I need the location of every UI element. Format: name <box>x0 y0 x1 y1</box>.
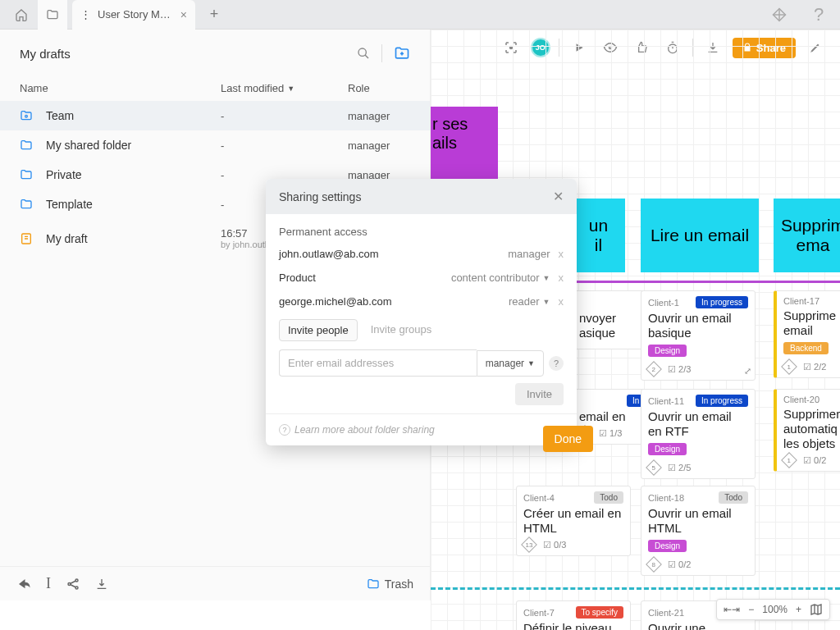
card-status: Todo <box>594 491 623 504</box>
tab-invite-people[interactable]: Invite people <box>279 319 358 341</box>
text-cursor-icon[interactable]: I <box>46 575 51 592</box>
svg-point-4 <box>25 115 28 117</box>
diamond-icon[interactable] <box>765 0 794 30</box>
tabbar-right: ? <box>765 0 833 30</box>
svg-point-7 <box>75 579 78 582</box>
file-row[interactable]: My shared folder-manager <box>0 130 430 160</box>
file-name: Private <box>46 168 221 181</box>
card-title: Supprime email <box>783 308 840 338</box>
sidebar-footer: I Trash <box>0 566 430 600</box>
close-icon[interactable]: × <box>180 8 187 21</box>
card-footer: 8☑ 0/2 <box>648 559 748 570</box>
file-modified: - <box>221 110 348 122</box>
folder-tab-icon[interactable] <box>38 0 67 30</box>
access-role: manager <box>508 248 550 260</box>
col-name[interactable]: Name <box>20 82 221 94</box>
card-client: Client-4 <box>523 493 555 503</box>
zoom-in-icon[interactable]: + <box>796 604 801 615</box>
search-icon[interactable] <box>357 47 370 60</box>
card-footer: 1☑ 0/2 <box>783 454 840 466</box>
trash-button[interactable]: Trash <box>367 578 413 591</box>
story-card[interactable]: Client-4TodoCréer un email en HTML13☑ 0/… <box>516 486 631 556</box>
access-row: Productcontent contributor ▼x <box>279 272 564 284</box>
invite-role-select[interactable]: manager▼ <box>477 350 544 377</box>
tab-story-mapping[interactable]: ⋮ User Story Mappi... × <box>72 0 195 30</box>
svg-point-3 <box>358 48 366 56</box>
story-card[interactable]: Client-20Supprimer automatiq les objets1… <box>774 389 840 472</box>
story-card[interactable]: Client-1In progressOuvrir un email basiq… <box>641 290 756 381</box>
remove-access-icon[interactable]: x <box>559 295 564 308</box>
access-role[interactable]: reader ▼ <box>509 295 550 308</box>
card-title: Ouvrir un email en RTF <box>648 409 748 439</box>
access-row: george.michel@ab.comreader ▼x <box>279 295 564 308</box>
story-card[interactable]: Client-18TodoOuvrir un email HTMLDesign8… <box>641 486 756 576</box>
draft-icon <box>20 232 38 245</box>
file-name: My draft <box>46 232 221 245</box>
add-tab-button[interactable]: + <box>202 2 226 27</box>
help-icon[interactable]: ? <box>804 0 833 30</box>
card-title: Ouvrir un email HTML <box>648 506 748 536</box>
checklist-icon: ☑ 0/2 <box>803 455 826 466</box>
card-title: Ouvrir un email basique <box>648 311 748 340</box>
email-input[interactable] <box>279 349 477 377</box>
remove-access-icon[interactable]: x <box>559 272 564 284</box>
activity-card[interactable]: Supprim ema <box>774 199 840 272</box>
modal-header: Sharing settings ✕ <box>266 179 577 214</box>
modal-title: Sharing settings <box>279 190 361 203</box>
share-nodes-icon[interactable] <box>66 577 80 591</box>
hex-badge: 2 <box>646 361 662 377</box>
checklist-icon: ☑ 1/3 <box>599 428 622 439</box>
file-name: My shared folder <box>46 139 221 152</box>
card-client: Client-11 <box>648 396 684 406</box>
map-icon[interactable] <box>810 603 823 616</box>
story-card[interactable]: Client-11In progressOuvrir un email en R… <box>641 389 756 479</box>
access-role[interactable]: content contributor ▼ <box>451 272 550 284</box>
access-who: george.michel@ab.com <box>279 295 391 308</box>
invite-tabs: Invite people Invite groups <box>279 319 564 341</box>
sharing-modal: Sharing settings ✕ Permanent access john… <box>266 179 577 445</box>
card-client: Client-7 <box>523 608 555 618</box>
card-client: Client-1 <box>648 298 679 308</box>
epic-card[interactable]: r ses ails <box>431 107 498 180</box>
release-dash-line <box>431 587 840 590</box>
tab-title: User Story Mappi... <box>98 8 174 21</box>
expand-icon[interactable]: ⤢ <box>744 366 751 377</box>
file-row[interactable]: Team-manager <box>0 101 430 130</box>
hex-badge: 1 <box>781 358 797 375</box>
folder-icon <box>20 168 38 181</box>
column-headers: Name Last modified▼ Role <box>0 71 430 101</box>
access-who: john.outlaw@ab.com <box>279 248 379 260</box>
zoom-level: 100% <box>762 604 788 615</box>
activity-card[interactable]: un il <box>572 199 625 272</box>
help-icon[interactable]: ? <box>549 356 564 371</box>
learn-more-link[interactable]: ? Learn more about folder sharing <box>279 424 435 436</box>
zoom-control[interactable]: ⇤⇥ − 100% + <box>716 599 830 620</box>
divider <box>381 44 382 62</box>
invite-button[interactable]: Invite <box>515 383 564 405</box>
tab-invite-groups[interactable]: Invite groups <box>369 319 433 341</box>
hex-badge: 5 <box>646 459 662 476</box>
done-button[interactable]: Done <box>543 426 593 452</box>
card-title: Ouvrir une <box>648 621 748 630</box>
svg-point-6 <box>68 582 71 585</box>
remove-access-icon[interactable]: x <box>559 248 564 260</box>
activity-card[interactable]: Lire un email <box>641 199 759 272</box>
home-icon[interactable] <box>7 0 36 30</box>
fit-width-icon[interactable]: ⇤⇥ <box>724 604 740 615</box>
col-role[interactable]: Role <box>348 82 410 94</box>
download-icon[interactable] <box>95 578 108 591</box>
story-card[interactable]: Client-7To specifyDéfinir le niveau <box>516 600 631 630</box>
card-footer: 5☑ 2/5 <box>648 462 748 473</box>
caret-down-icon: ▼ <box>287 84 294 93</box>
top-tabbar: ⋮ User Story Mappi... × + ? <box>0 0 840 30</box>
col-modified[interactable]: Last modified▼ <box>221 82 348 94</box>
new-folder-icon[interactable] <box>394 45 410 62</box>
card-tag: Design <box>648 345 687 357</box>
zoom-out-icon[interactable]: − <box>748 604 754 615</box>
close-icon[interactable]: ✕ <box>553 189 564 204</box>
sidebar-title: My drafts <box>20 47 71 61</box>
share-arrow-icon[interactable] <box>16 577 31 591</box>
story-card[interactable]: Client-17Supprime emailBackend1☑ 2/2 <box>774 290 840 378</box>
tabbar-left: ⋮ User Story Mappi... × + <box>7 0 226 30</box>
card-title: Créer un email en HTML <box>523 506 623 536</box>
